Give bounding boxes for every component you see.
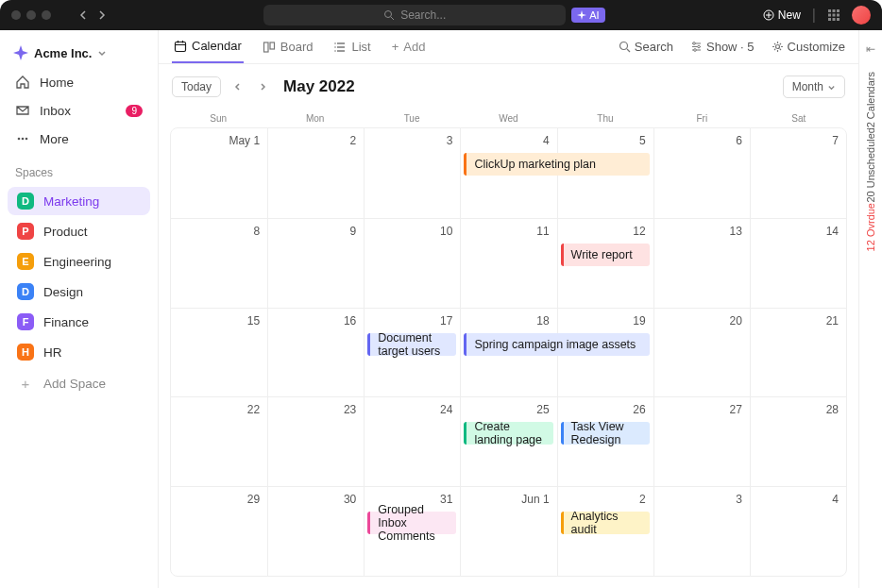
day-cell[interactable]: 3 [364, 128, 460, 218]
view-label: Board [280, 40, 314, 54]
svg-point-17 [335, 42, 337, 44]
day-cell[interactable]: 7 [750, 128, 846, 218]
search-icon [619, 41, 631, 53]
day-cell[interactable]: 20 [653, 309, 750, 397]
day-cell[interactable]: 15 [171, 309, 267, 397]
dow-label: Mon [266, 113, 363, 124]
day-cell[interactable]: 10 [364, 219, 460, 308]
forward-button[interactable] [96, 10, 106, 20]
day-cell[interactable]: 16 [267, 309, 364, 397]
badge: 9 [126, 105, 143, 117]
day-cell[interactable]: 13 [653, 219, 750, 308]
sidebar: Acme Inc. HomeInbox9More Spaces DMarketi… [0, 30, 159, 588]
rail-expand-button[interactable]: ⇤ [866, 40, 875, 59]
new-button[interactable]: New [763, 8, 801, 22]
board-icon [263, 41, 276, 54]
svg-point-11 [18, 138, 21, 141]
period-selector[interactable]: Month [783, 76, 845, 98]
day-cell[interactable]: 24 [364, 397, 460, 486]
svg-point-20 [619, 42, 627, 50]
day-cell[interactable]: 14 [750, 219, 846, 308]
rail-item[interactable]: 2 Calendars [865, 72, 876, 127]
day-cell[interactable]: 6 [653, 128, 750, 218]
space-product[interactable]: PProduct [8, 217, 150, 245]
day-cell[interactable]: 21 [750, 309, 846, 397]
titlebar: Search... AI New | [0, 0, 882, 30]
today-button[interactable]: Today [172, 76, 221, 97]
window-controls[interactable] [11, 10, 51, 20]
calendar-grid: SunMonTueWedThuFriSat May 1234567ClickUp… [159, 109, 858, 588]
space-letter-icon: D [17, 283, 34, 300]
apps-icon[interactable] [827, 8, 840, 22]
space-design[interactable]: DDesign [8, 277, 150, 306]
space-finance[interactable]: FFinance [8, 308, 150, 336]
day-cell[interactable]: May 1 [171, 128, 267, 218]
nav-inbox[interactable]: Inbox9 [0, 96, 158, 125]
space-name: Design [43, 285, 83, 299]
rail-item[interactable]: 20 Unscheduled [865, 127, 876, 203]
inbox-icon [15, 103, 30, 118]
day-cell[interactable]: 4 [750, 487, 846, 576]
view-tab-calendar[interactable]: Calendar [172, 30, 244, 63]
calendar-header: Today May 2022 Month [159, 64, 858, 109]
calendar-event[interactable]: Write report [561, 244, 650, 266]
day-cell[interactable]: Jun 1 [460, 487, 556, 576]
global-search[interactable]: Search... [263, 5, 566, 25]
view-label: List [351, 40, 370, 54]
svg-point-21 [693, 42, 696, 45]
svg-point-23 [694, 49, 697, 52]
calendar-event[interactable]: Document target users [367, 333, 456, 356]
day-cell[interactable]: 23 [267, 397, 364, 486]
svg-rect-9 [832, 18, 835, 21]
svg-rect-3 [832, 9, 835, 12]
nav-more[interactable]: More [0, 125, 158, 153]
day-cell[interactable]: 9 [267, 219, 364, 308]
svg-rect-14 [176, 42, 186, 51]
space-letter-icon: E [17, 253, 34, 270]
back-button[interactable] [79, 10, 89, 20]
show-button[interactable]: Show · 5 [690, 40, 755, 54]
calendar-event[interactable]: Task View Redesign [561, 422, 650, 445]
day-cell[interactable]: 28 [750, 397, 846, 486]
add-space-button[interactable]: + Add Space [8, 370, 150, 397]
view-tab-board[interactable]: Board [261, 30, 315, 63]
day-cell[interactable]: 11 [460, 219, 556, 308]
rail-item[interactable]: 12 Ovrdue [865, 203, 876, 251]
more-icon [15, 131, 30, 146]
nav-label: Inbox [40, 104, 71, 118]
calendar-event[interactable]: Create landing page [464, 422, 552, 445]
day-cell[interactable]: 30 [267, 487, 364, 576]
ai-button[interactable]: AI [571, 8, 604, 23]
calendar-event[interactable]: Analytics audit [561, 512, 650, 534]
day-cell[interactable]: 8 [171, 219, 267, 308]
prev-month-button[interactable] [230, 82, 246, 92]
add-view-button[interactable]: + Add [390, 31, 428, 62]
view-toolbar: CalendarBoardList + Add Search Show · 5 … [159, 30, 858, 64]
avatar[interactable] [852, 6, 871, 25]
calendar-event[interactable]: Spring campaign image assets [464, 333, 649, 356]
customize-button[interactable]: Customize [772, 40, 845, 54]
space-name: HR [43, 345, 62, 360]
view-tab-list[interactable]: List [331, 30, 372, 63]
day-cell[interactable]: 29 [171, 487, 267, 576]
day-cell[interactable]: 3 [653, 487, 750, 576]
space-engineering[interactable]: EEngineering [8, 247, 150, 276]
calendar-event[interactable]: ClickUp marketing plan [464, 153, 649, 176]
space-marketing[interactable]: DMarketing [8, 187, 150, 215]
calendar-event[interactable]: Grouped Inbox Comments [367, 512, 456, 534]
sliders-icon [690, 41, 703, 53]
nav-home[interactable]: Home [0, 68, 158, 96]
search-button[interactable]: Search [619, 40, 673, 54]
day-cell[interactable]: 2 [267, 128, 364, 218]
day-cell[interactable]: 27 [653, 397, 750, 486]
space-hr[interactable]: HHR [8, 338, 150, 366]
plus-circle-icon [763, 9, 774, 21]
dow-label: Fri [653, 113, 750, 124]
svg-rect-2 [828, 9, 831, 12]
right-rail: ⇤ 2 Calendars20 Unscheduled12 Ovrdue [858, 30, 882, 588]
workspace-selector[interactable]: Acme Inc. [0, 38, 158, 68]
next-month-button[interactable] [255, 82, 270, 92]
day-cell[interactable]: 22 [171, 397, 267, 486]
space-letter-icon: P [17, 223, 34, 240]
dow-label: Thu [557, 113, 653, 124]
